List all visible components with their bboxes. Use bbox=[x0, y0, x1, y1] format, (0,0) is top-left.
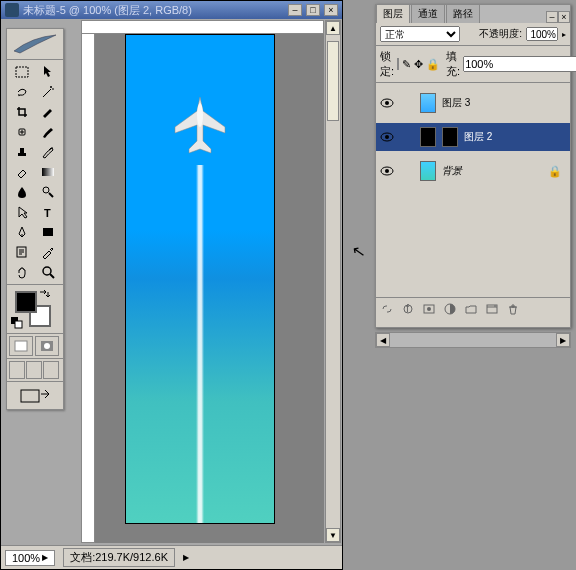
visibility-icon[interactable] bbox=[380, 165, 394, 177]
zoom-tool[interactable] bbox=[35, 262, 61, 282]
adjustment-layer-icon[interactable] bbox=[443, 302, 457, 316]
layer-thumb bbox=[420, 127, 436, 147]
jump-to[interactable] bbox=[7, 381, 63, 409]
move-tool[interactable] bbox=[35, 62, 61, 82]
close-button[interactable]: × bbox=[324, 4, 338, 16]
layer-row[interactable]: 图层 2 bbox=[376, 123, 570, 151]
screen-mode-standard[interactable] bbox=[9, 361, 25, 379]
link-layers-icon[interactable] bbox=[380, 302, 394, 316]
scroll-thumb[interactable] bbox=[327, 41, 339, 121]
zoom-field[interactable]: 100%▶ bbox=[5, 550, 55, 566]
new-group-icon[interactable] bbox=[464, 302, 478, 316]
notes-tool[interactable] bbox=[9, 242, 35, 262]
opacity-input[interactable] bbox=[526, 27, 558, 41]
marquee-tool[interactable] bbox=[9, 62, 35, 82]
doc-size: 文档:219.7K/912.6K bbox=[63, 548, 175, 567]
flyout-icon[interactable]: ▶ bbox=[183, 553, 189, 562]
layer-mask-icon[interactable] bbox=[422, 302, 436, 316]
svg-rect-10 bbox=[15, 321, 22, 328]
lock-icon: 🔒 bbox=[548, 165, 562, 178]
layer-row[interactable]: 背景🔒 bbox=[376, 157, 570, 185]
standard-mode[interactable] bbox=[9, 336, 33, 356]
minimize-button[interactable]: – bbox=[288, 4, 302, 16]
scrollbar-vertical[interactable]: ▲ ▼ bbox=[325, 20, 341, 543]
lock-label: 锁定: bbox=[380, 49, 394, 79]
hand-tool[interactable] bbox=[9, 262, 35, 282]
contrail bbox=[196, 165, 204, 524]
pen-tool[interactable] bbox=[9, 222, 35, 242]
lasso-tool[interactable] bbox=[9, 82, 35, 102]
svg-text:T: T bbox=[44, 207, 51, 219]
link-slot[interactable] bbox=[400, 131, 414, 143]
lock-transparency[interactable] bbox=[397, 58, 399, 70]
new-layer-icon[interactable] bbox=[485, 302, 499, 316]
tab-paths[interactable]: 路径 bbox=[446, 4, 480, 23]
svg-rect-1 bbox=[16, 67, 28, 77]
svg-rect-14 bbox=[21, 390, 39, 402]
panel-close[interactable]: × bbox=[558, 11, 570, 23]
scroll-left-icon[interactable]: ◀ bbox=[376, 333, 390, 347]
scroll-up-icon[interactable]: ▲ bbox=[326, 21, 340, 35]
color-swatches bbox=[7, 285, 63, 333]
lock-move-icon[interactable]: ✥ bbox=[414, 58, 423, 71]
lock-all-icon[interactable]: 🔒 bbox=[426, 58, 440, 71]
quick-mask-mode[interactable] bbox=[35, 336, 59, 356]
crop-tool[interactable] bbox=[9, 102, 35, 122]
panel-tabs: 图层 通道 路径 – × bbox=[376, 5, 570, 23]
foreground-color[interactable] bbox=[15, 291, 37, 313]
stamp-tool[interactable] bbox=[9, 142, 35, 162]
app-logo bbox=[7, 29, 63, 59]
layer-row[interactable]: 图层 3 bbox=[376, 89, 570, 117]
tab-channels[interactable]: 通道 bbox=[411, 4, 445, 23]
slice-tool[interactable] bbox=[35, 102, 61, 122]
gradient-tool[interactable] bbox=[35, 162, 61, 182]
airplane bbox=[173, 95, 227, 157]
delete-layer-icon[interactable] bbox=[506, 302, 520, 316]
wand-tool[interactable] bbox=[35, 82, 61, 102]
dodge-tool[interactable] bbox=[35, 182, 61, 202]
cursor-icon: ↖ bbox=[350, 241, 366, 262]
blur-tool[interactable] bbox=[9, 182, 35, 202]
history-brush-tool[interactable] bbox=[35, 142, 61, 162]
panel-scroll[interactable]: ◀ ▶ bbox=[375, 332, 571, 348]
heal-tool[interactable] bbox=[9, 122, 35, 142]
brush-tool[interactable] bbox=[35, 122, 61, 142]
swap-colors-icon[interactable] bbox=[39, 289, 53, 299]
layers-panel: 图层 通道 路径 – × 正常 不透明度: ▸ 锁定: ✎ ✥ 🔒 填充: ▸ … bbox=[375, 4, 571, 328]
eraser-tool[interactable] bbox=[9, 162, 35, 182]
link-slot[interactable] bbox=[400, 165, 414, 177]
layer-name: 图层 2 bbox=[464, 130, 492, 144]
scroll-down-icon[interactable]: ▼ bbox=[326, 528, 340, 542]
fill-input[interactable] bbox=[463, 56, 576, 72]
canvas-viewport[interactable] bbox=[95, 34, 324, 543]
panel-minimize[interactable]: – bbox=[546, 11, 558, 23]
screen-mode-full[interactable] bbox=[43, 361, 59, 379]
lock-brush-icon[interactable]: ✎ bbox=[402, 58, 411, 71]
status-bar: 100%▶ 文档:219.7K/912.6K ▶ bbox=[1, 545, 342, 569]
scroll-right-icon[interactable]: ▶ bbox=[556, 333, 570, 347]
layer-mask-thumb bbox=[442, 127, 458, 147]
tab-layers[interactable]: 图层 bbox=[376, 4, 410, 23]
screen-mode-full-menu[interactable] bbox=[26, 361, 42, 379]
maximize-button[interactable]: □ bbox=[306, 4, 320, 16]
canvas[interactable] bbox=[125, 34, 275, 524]
blend-mode-select[interactable]: 正常 bbox=[380, 26, 460, 42]
svg-rect-6 bbox=[43, 228, 53, 236]
eyedropper-tool[interactable] bbox=[35, 242, 61, 262]
default-colors-icon[interactable] bbox=[11, 317, 23, 329]
path-select-tool[interactable] bbox=[9, 202, 35, 222]
panel-footer: f bbox=[376, 297, 570, 319]
visibility-icon[interactable] bbox=[380, 131, 394, 143]
type-tool[interactable]: T bbox=[35, 202, 61, 222]
visibility-icon[interactable] bbox=[380, 97, 394, 109]
opacity-label: 不透明度: bbox=[479, 27, 522, 41]
fill-label: 填充: bbox=[446, 49, 460, 79]
opacity-flyout-icon[interactable]: ▸ bbox=[562, 30, 566, 39]
shape-tool[interactable] bbox=[35, 222, 61, 242]
layers-list: 图层 3图层 2背景🔒 bbox=[376, 83, 570, 297]
app-icon bbox=[5, 3, 19, 17]
window-title: 未标题-5 @ 100% (图层 2, RGB/8) bbox=[23, 3, 192, 18]
layer-style-icon[interactable]: f bbox=[401, 302, 415, 316]
link-slot[interactable] bbox=[400, 97, 414, 109]
svg-point-8 bbox=[43, 267, 51, 275]
